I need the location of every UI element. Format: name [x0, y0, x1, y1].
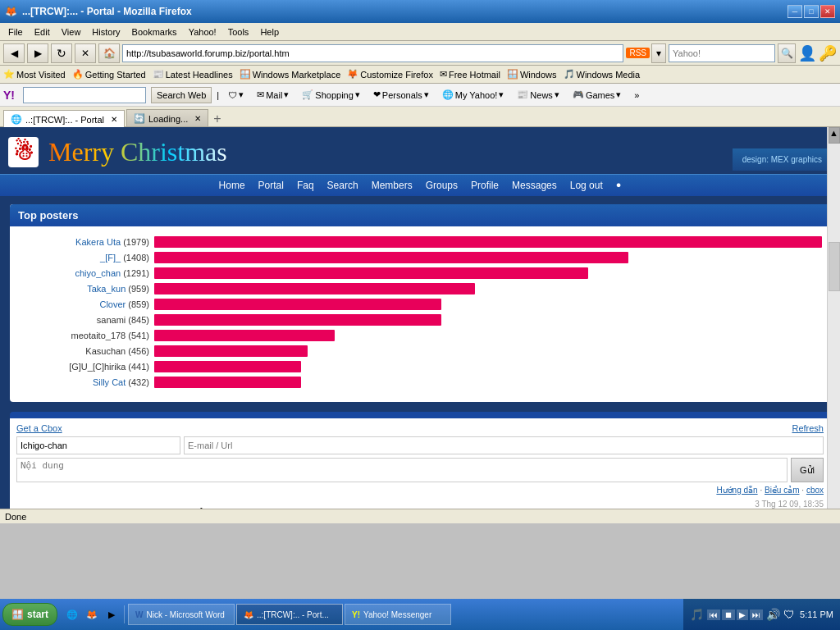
taskbar-word[interactable]: W Nick - Microsoft Word	[128, 604, 235, 625]
bookmark-windows[interactable]: 🪟 Windows	[507, 69, 557, 80]
home-button[interactable]: 🏠	[98, 43, 120, 63]
scrollbar-up-button[interactable]: ▲	[829, 127, 840, 144]
poster-row-6: meotaito_178 (541)	[18, 330, 822, 341]
tab-portal[interactable]: 🌐 ..:[TRCW]:.. - Portal ✕	[3, 110, 125, 127]
yahoo-games-button[interactable]: 🎮 Games ▾	[568, 87, 625, 103]
shopping-dropdown-icon: ▾	[355, 89, 360, 100]
poster-name-4[interactable]: Clover (859)	[18, 299, 149, 309]
cbox-guide-link[interactable]: Hướng dẫn	[716, 486, 757, 495]
menu-history[interactable]: History	[87, 25, 125, 39]
media-prev-button[interactable]: ⏮	[707, 609, 720, 620]
taskbar-yahoo-messenger[interactable]: Y! Yahoo! Messenger	[345, 604, 451, 625]
tab1-icon: 🌐	[11, 114, 22, 125]
nav-profile[interactable]: Profile	[471, 180, 499, 191]
tab2-close-button[interactable]: ✕	[194, 114, 201, 123]
bookmark-most-visited[interactable]: ⭐ Most Visited	[3, 69, 66, 80]
header-logo-area: ☃ Merry Christmas	[8, 134, 231, 171]
tab1-close-button[interactable]: ✕	[111, 115, 117, 124]
rss-dropdown[interactable]: ▾	[651, 43, 666, 63]
poster-name-0[interactable]: Kakera Uta (1979)	[18, 237, 149, 247]
close-button[interactable]: ✕	[820, 5, 835, 18]
stop-button[interactable]: ✕	[75, 43, 96, 63]
poster-name-5[interactable]: sanami (845)	[18, 315, 149, 325]
cbox-email-input[interactable]	[184, 436, 824, 454]
ql-media-button[interactable]: ▶	[103, 605, 121, 623]
poster-name-7[interactable]: Kasuchan (456)	[18, 346, 149, 356]
yahoo-myyahoo-button[interactable]: 🌐 My Yahoo! ▾	[438, 87, 509, 103]
nav-search[interactable]: Search	[327, 180, 358, 191]
yahoo-search-web-button[interactable]: Search Web	[151, 87, 212, 103]
poster-name-8[interactable]: [G]U_[C]hirika (441)	[18, 362, 149, 372]
cbox-refresh-link[interactable]: Refresh	[792, 423, 824, 433]
top-posters-header: Top posters	[10, 204, 830, 226]
poster-bar-2	[154, 267, 588, 279]
maximize-button[interactable]: □	[804, 5, 819, 18]
search-button[interactable]: 🔍	[778, 43, 796, 63]
get-cbox-link[interactable]: Get a Cbox	[16, 423, 62, 433]
nav-messages[interactable]: Messages	[512, 180, 557, 191]
media-play-button[interactable]: ▶	[737, 609, 748, 620]
scrollbar[interactable]: ▲	[827, 127, 840, 509]
yahoo-search-input[interactable]	[23, 87, 146, 103]
yahoo-mail-button[interactable]: ✉ Mail ▾	[253, 87, 293, 103]
start-button[interactable]: 🪟 start	[2, 603, 57, 626]
tab-loading[interactable]: 🔄 Loading... ✕	[126, 109, 208, 126]
nav-groups[interactable]: Groups	[426, 180, 458, 191]
poster-name-6[interactable]: meotaito_178 (541)	[18, 331, 149, 340]
media-next-button[interactable]: ⏭	[750, 609, 763, 620]
cbox-name-input[interactable]	[16, 436, 180, 454]
poster-name-2[interactable]: chiyo_chan (1291)	[18, 268, 149, 278]
media-stop-button[interactable]: ⏹	[722, 609, 735, 620]
bookmark-windows-media[interactable]: 🎵 Windows Media	[564, 69, 641, 80]
cbox-emote-link[interactable]: Biểu cảm	[765, 486, 800, 495]
cbox-link[interactable]: cbox	[806, 486, 824, 495]
top-posters-section: Top posters Kakera Uta (1979) _[F]_ (140…	[10, 204, 830, 402]
yahoo-personals-button[interactable]: ❤ Personals ▾	[369, 87, 433, 103]
minimize-button[interactable]: ─	[788, 5, 802, 18]
yahoo-news-button[interactable]: 📰 News ▾	[513, 87, 564, 103]
nav-faq[interactable]: Faq	[297, 180, 314, 191]
new-tab-button[interactable]: +	[213, 112, 221, 126]
bookmark-customize-firefox[interactable]: 🦊 Customize Firefox	[347, 69, 433, 80]
quick-launch: 🌐 🦊 ▶	[60, 605, 125, 623]
cbox-message-input[interactable]	[16, 458, 788, 482]
bookmark-free-hotmail[interactable]: ✉ Free Hotmail	[440, 69, 500, 80]
media-controls: ⏮ ⏹ ▶ ⏭	[707, 609, 763, 620]
forward-button[interactable]: ▶	[27, 43, 48, 63]
search-box[interactable]	[669, 44, 775, 62]
poster-bar-7	[154, 345, 308, 357]
menu-yahoo[interactable]: Yahoo!	[184, 25, 221, 39]
scrollbar-thumb[interactable]	[829, 242, 840, 291]
poster-bar-4	[154, 299, 441, 310]
poster-name-9[interactable]: Silly Cat (432)	[18, 377, 149, 387]
nav-logout[interactable]: Log out	[570, 180, 603, 191]
back-button[interactable]: ◀	[3, 43, 25, 63]
poster-bar-container-9	[154, 377, 822, 388]
nav-members[interactable]: Members	[372, 180, 413, 191]
mail-dropdown-icon: ▾	[284, 89, 289, 100]
ql-firefox-button[interactable]: 🦊	[83, 605, 101, 623]
nav-home[interactable]: Home	[219, 180, 245, 191]
reload-button[interactable]: ↻	[51, 43, 72, 63]
bookmark-latest-headlines[interactable]: 📰 Latest Headlines	[153, 69, 233, 80]
cbox-submit-button[interactable]: Gửi	[791, 458, 824, 482]
ql-ie-button[interactable]: 🌐	[63, 605, 81, 623]
menu-help[interactable]: Help	[255, 25, 284, 39]
yahoo-more-button[interactable]: »	[630, 88, 643, 103]
menu-view[interactable]: View	[57, 25, 86, 39]
poster-name-3[interactable]: Taka_kun (959)	[18, 284, 149, 294]
bookmark-windows-marketplace[interactable]: 🪟 Windows Marketplace	[240, 69, 341, 80]
menu-file[interactable]: File	[3, 25, 28, 39]
taskbar-firefox[interactable]: 🦊 ..:[TRCW]:.. - Port...	[236, 604, 343, 625]
poster-bar-container-8	[154, 361, 822, 372]
menu-tools[interactable]: Tools	[223, 25, 254, 39]
bookmark-getting-started[interactable]: 🔥 Getting Started	[72, 69, 146, 80]
nav-portal[interactable]: Portal	[258, 180, 284, 191]
menu-edit[interactable]: Edit	[30, 25, 55, 39]
yahoo-shopping-button[interactable]: 🛒 Shopping ▾	[298, 87, 364, 103]
poster-name-1[interactable]: _[F]_ (1408)	[18, 253, 149, 262]
address-bar[interactable]	[122, 44, 623, 62]
cbox-content-row: Gửi	[16, 458, 824, 482]
menu-bookmarks[interactable]: Bookmarks	[127, 25, 182, 39]
yahoo-shield-button[interactable]: 🛡 ▾	[224, 87, 248, 103]
